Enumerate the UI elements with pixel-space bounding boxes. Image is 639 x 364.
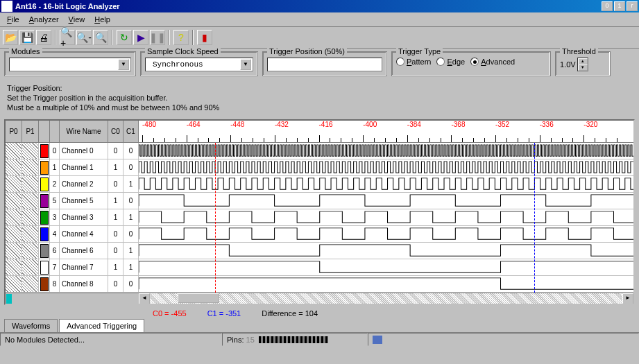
signal-track[interactable] xyxy=(139,276,633,293)
p1-cell[interactable] xyxy=(22,176,39,193)
color-cell[interactable] xyxy=(39,159,50,176)
progress-block xyxy=(373,336,382,344)
col-wirename[interactable]: Wire Name xyxy=(60,121,108,143)
menu-analyzer[interactable]: Analyzer xyxy=(25,14,63,25)
chevron-up-icon[interactable]: ▲ xyxy=(578,58,588,64)
p0-cell[interactable] xyxy=(6,259,22,276)
zoom-fit-button[interactable]: 🔍 xyxy=(93,30,108,45)
wirename-cell[interactable]: Channel 7 xyxy=(60,259,108,276)
color-cell[interactable] xyxy=(39,276,50,293)
p1-cell[interactable] xyxy=(22,226,39,243)
p0-cell[interactable] xyxy=(6,159,22,176)
c1-cell: 0 xyxy=(123,226,139,243)
save-button[interactable]: 💾 xyxy=(19,30,35,45)
color-cell[interactable] xyxy=(39,193,50,209)
print-button[interactable]: 🖨 xyxy=(36,30,51,45)
menu-help[interactable]: Help xyxy=(90,14,114,25)
color-cell[interactable] xyxy=(39,243,50,259)
c0-cell: 0 xyxy=(108,143,123,159)
scroll-left-button[interactable]: ◄ xyxy=(139,293,150,304)
wirename-cell[interactable]: Channel 8 xyxy=(60,276,108,293)
col-p1[interactable]: P1 xyxy=(22,121,39,143)
trigger-type-label: Trigger Type xyxy=(396,47,443,55)
tab-waveforms[interactable]: Waveforms xyxy=(4,319,58,332)
threshold-spinner[interactable]: ▲ ▼ xyxy=(577,58,588,71)
p1-cell[interactable] xyxy=(22,259,39,276)
p0-cell[interactable] xyxy=(6,143,22,159)
scroll-track[interactable] xyxy=(150,293,622,304)
marker-teal[interactable] xyxy=(6,294,12,304)
color-cell[interactable] xyxy=(39,143,50,159)
menu-file[interactable]: File xyxy=(3,14,24,25)
run-button[interactable]: ▶ xyxy=(133,30,148,45)
tab-advanced-triggering[interactable]: Advanced Triggering xyxy=(59,319,144,332)
open-button[interactable]: 📂 xyxy=(3,30,18,45)
wirename-cell[interactable]: Channel 0 xyxy=(60,143,108,159)
maximize-button[interactable]: 1 xyxy=(614,1,625,11)
col-c0[interactable]: C0 xyxy=(108,121,123,143)
p1-cell[interactable] xyxy=(22,143,39,159)
p1-cell[interactable] xyxy=(22,159,39,176)
scroll-right-button[interactable]: ► xyxy=(622,293,633,304)
radio-advanced[interactable]: Advanced xyxy=(470,58,515,66)
time-ruler[interactable]: -480-464-448-432-416-400-384-368-352-336… xyxy=(139,121,633,143)
idx-cell: 6 xyxy=(50,243,60,259)
minimize-button[interactable]: 0 xyxy=(602,1,613,11)
wirename-cell[interactable]: Channel 3 xyxy=(60,209,108,226)
signal-track[interactable] xyxy=(139,143,633,159)
clock-dropdown[interactable]: Synchronous ▼ xyxy=(145,58,253,71)
scroll-thumb[interactable] xyxy=(178,293,219,303)
col-p0[interactable]: P0 xyxy=(6,121,22,143)
c0-cell: 1 xyxy=(108,193,123,209)
wirename-cell[interactable]: Channel 5 xyxy=(60,193,108,209)
p1-cell[interactable] xyxy=(22,193,39,209)
device-button[interactable]: ▮ xyxy=(197,30,212,45)
p0-cell[interactable] xyxy=(6,276,22,293)
zoom-in-button[interactable]: 🔍+ xyxy=(60,30,75,45)
p0-cell[interactable] xyxy=(6,226,22,243)
modules-dropdown[interactable]: ▼ xyxy=(9,58,131,71)
signal-track[interactable] xyxy=(139,176,633,193)
trigger-position-slider[interactable] xyxy=(267,58,382,71)
color-cell[interactable] xyxy=(39,259,50,276)
wirename-cell[interactable]: Channel 2 xyxy=(60,176,108,193)
signal-track[interactable] xyxy=(139,159,633,176)
color-cell[interactable] xyxy=(39,226,50,243)
close-button[interactable]: r xyxy=(627,1,638,11)
horizontal-scrollbar[interactable]: ◄ ► xyxy=(6,293,633,304)
wirename-cell[interactable]: Channel 4 xyxy=(60,226,108,243)
refresh-button[interactable]: ↻ xyxy=(117,30,132,45)
c0-cell: 1 xyxy=(108,159,123,176)
pause-button[interactable]: ❚❚ xyxy=(150,30,165,45)
help-button[interactable]: ? xyxy=(173,30,189,45)
c0-cell: 0 xyxy=(108,226,123,243)
p1-cell[interactable] xyxy=(22,276,39,293)
p1-cell[interactable] xyxy=(22,209,39,226)
p1-cell[interactable] xyxy=(22,243,39,259)
clock-group: Sample Clock Speed Synchronous ▼ xyxy=(140,51,258,76)
radio-pattern[interactable]: Pattern xyxy=(396,58,431,66)
wirename-cell[interactable]: Channel 6 xyxy=(60,243,108,259)
c1-cell: 0 xyxy=(123,159,139,176)
channel-row: 2 Channel 2 0 1 xyxy=(6,176,633,193)
signal-track[interactable] xyxy=(139,209,633,226)
p0-cell[interactable] xyxy=(6,176,22,193)
signal-track[interactable] xyxy=(139,226,633,243)
color-cell[interactable] xyxy=(39,176,50,193)
color-cell[interactable] xyxy=(39,209,50,226)
signal-track[interactable] xyxy=(139,193,633,209)
signal-track[interactable] xyxy=(139,259,633,276)
p0-cell[interactable] xyxy=(6,193,22,209)
p0-cell[interactable] xyxy=(6,209,22,226)
col-c1[interactable]: C1 xyxy=(123,121,139,143)
wirename-cell[interactable]: Channel 1 xyxy=(60,159,108,176)
threshold-label: Threshold xyxy=(560,47,598,55)
channel-row: 8 Channel 8 0 0 xyxy=(6,276,633,293)
help-line1: Set the Trigger position in the acquisit… xyxy=(7,93,632,103)
zoom-out-button[interactable]: 🔍- xyxy=(76,30,92,45)
radio-edge[interactable]: Edge xyxy=(436,58,465,66)
signal-track[interactable] xyxy=(139,243,633,259)
menu-view[interactable]: View xyxy=(65,14,90,25)
p0-cell[interactable] xyxy=(6,243,22,259)
chevron-down-icon[interactable]: ▼ xyxy=(578,64,588,71)
